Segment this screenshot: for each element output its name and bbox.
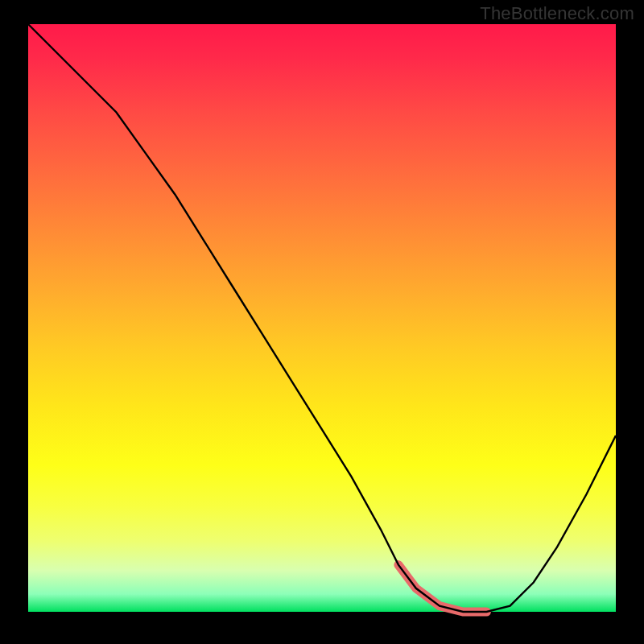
bottleneck-curve-svg bbox=[28, 24, 616, 612]
chart-plot-area bbox=[28, 24, 616, 612]
watermark-text: TheBottleneck.com bbox=[480, 3, 634, 24]
curve-highlight-segment bbox=[398, 565, 487, 612]
bottleneck-curve-line bbox=[28, 24, 616, 612]
